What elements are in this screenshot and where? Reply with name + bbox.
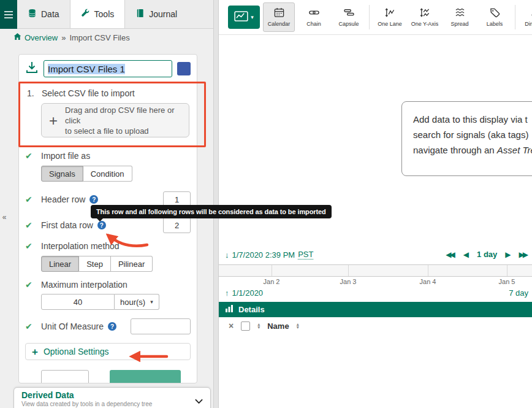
condition-toggle-button[interactable]: Condition: [83, 166, 132, 182]
breadcrumb-current: Import CSV Files: [69, 33, 129, 42]
step-toggle-button[interactable]: Step: [79, 256, 111, 272]
name-column-header: Name: [267, 321, 289, 331]
pilinear-toggle-button[interactable]: Pilinear: [111, 256, 153, 272]
header-row-help-icon[interactable]: ?: [89, 195, 98, 204]
display-start-time[interactable]: ↑ 1/1/2020: [225, 288, 263, 298]
remove-all-icon[interactable]: ×: [229, 321, 234, 331]
derived-data-subtitle: View data created by tools in a dependen…: [21, 401, 203, 407]
max-interpolation-controls: hour(s) ▾: [41, 294, 191, 310]
import-file-as-row: ✔ Import file as: [25, 151, 191, 161]
collapse-panel-button[interactable]: «: [1, 212, 8, 223]
tab-data-label: Data: [41, 9, 59, 19]
cancel-button[interactable]: [41, 370, 89, 383]
spread-icon: [455, 7, 465, 19]
check-icon: ✔: [25, 151, 41, 161]
max-interpolation-row: ✔ Maximum interpolation: [25, 280, 191, 290]
check-icon: ✔: [25, 241, 41, 251]
start-time-value: 1/1/2020: [232, 288, 264, 298]
step1-number: 1.: [27, 88, 42, 98]
panel-tabbar: Data Tools Journal: [0, 0, 213, 29]
details-panel-header[interactable]: Details: [219, 302, 532, 317]
sort-icon[interactable]: ▴▾: [257, 323, 260, 329]
first-data-row-help-icon[interactable]: ?: [97, 221, 106, 229]
time-controls: ↓ 1/7/2020 2:39 PM PST ◀◀ ◀ 1 day ▶ ▶▶: [219, 248, 532, 263]
interpolation-label: Interpolation method: [41, 241, 120, 251]
select-all-checkbox[interactable]: [241, 321, 250, 331]
time-range-scrubber[interactable]: [219, 264, 532, 277]
step-back-button[interactable]: ◀: [463, 250, 469, 259]
tab-journal-label: Journal: [149, 9, 177, 19]
tool-panel: Data Tools Journal Overview: [0, 0, 213, 408]
app-window: Data Tools Journal Overview: [0, 0, 532, 408]
message-line1: Add data to this display via t: [413, 112, 532, 127]
range-controls: ↑ 1/1/2020 7 day: [219, 288, 532, 301]
linear-toggle-button[interactable]: Linear: [41, 256, 79, 272]
range-duration-button[interactable]: 7 day: [509, 288, 528, 298]
toolbar-one-lane-label: One Lane: [378, 21, 402, 27]
trend-chart-icon: [234, 11, 248, 24]
unit-dropdown-value: hour(s): [120, 298, 145, 307]
panel-resize-gutter[interactable]: [213, 0, 219, 408]
max-interpolation-input[interactable]: [41, 294, 115, 310]
toolbar-chain-button[interactable]: Chain: [298, 2, 330, 32]
toolbar-capsule-button[interactable]: Capsule: [333, 2, 365, 32]
toolbar-one-y-axis-button[interactable]: One Y-Axis: [409, 2, 441, 32]
uom-row: ✔ Unit Of Measure ?: [25, 318, 191, 334]
check-icon: ✔: [25, 280, 41, 290]
toolbar-labels-label: Labels: [487, 21, 503, 27]
toolbar-one-lane-button[interactable]: One Lane: [374, 2, 406, 32]
tab-tools[interactable]: Tools: [70, 0, 126, 28]
toolbar-calendar-button[interactable]: Calendar: [263, 2, 295, 32]
hamburger-menu-button[interactable]: [0, 0, 17, 29]
unit-dropdown[interactable]: hour(s) ▾: [115, 294, 159, 310]
toolbar-separator: [369, 5, 370, 29]
step-back-fast-button[interactable]: ◀◀: [446, 250, 455, 259]
color-swatch-button[interactable]: [177, 62, 191, 75]
first-data-row-label: First data row: [41, 220, 93, 230]
signals-toggle-button[interactable]: Signals: [41, 166, 83, 182]
csv-dropzone[interactable]: + Drag and drop CSV file here or click t…: [41, 103, 189, 137]
tag-icon: [490, 7, 500, 19]
step-size-button[interactable]: 1 day: [477, 250, 497, 259]
toolbar-dimming-label: Dimming: [525, 21, 532, 27]
tool-name-input[interactable]: Import CSV Files 1: [44, 60, 172, 77]
derived-data-footer[interactable]: Derived Data View data created by tools …: [13, 387, 211, 408]
one-y-axis-icon: [420, 7, 430, 19]
wrench-icon: [81, 9, 90, 20]
display-type-dropdown[interactable]: ▾: [228, 6, 260, 29]
display-toolbar: ▾ Calendar Chain Capsule: [219, 0, 532, 35]
empty-display-message: Add data to this display via t search fo…: [401, 101, 532, 176]
display-pane: ▾ Calendar Chain Capsule: [219, 0, 532, 408]
breadcrumb-overview[interactable]: Overview: [13, 33, 58, 42]
execute-button[interactable]: [110, 370, 181, 383]
interpolation-row: ✔ Interpolation method: [25, 241, 191, 251]
toolbar-dimming-button[interactable]: Dimming: [520, 2, 532, 32]
time-step-nav: ◀◀ ◀ 1 day ▶ ▶▶: [446, 250, 528, 259]
interpolation-toggle: Linear Step Pilinear: [41, 256, 191, 272]
plus-icon: +: [32, 347, 38, 357]
plus-icon: +: [49, 115, 58, 126]
toolbar-labels-button[interactable]: Labels: [479, 2, 511, 32]
uom-help-icon[interactable]: ?: [108, 322, 116, 331]
max-interpolation-label: Maximum interpolation: [41, 280, 127, 290]
tab-data[interactable]: Data: [17, 0, 70, 28]
toolbar-spread-button[interactable]: Spread: [444, 2, 476, 32]
tab-journal[interactable]: Journal: [125, 0, 188, 28]
toolbar-chain-label: Chain: [306, 21, 321, 27]
check-icon: ✔: [25, 194, 41, 204]
first-data-row-input[interactable]: [163, 217, 191, 233]
step-forward-button[interactable]: ▶: [505, 250, 511, 259]
optional-settings-toggle[interactable]: + Optional Settings: [25, 343, 191, 360]
asset-tree-italic: Asset Tre: [497, 145, 532, 155]
sort-icon[interactable]: ▴▾: [297, 323, 299, 329]
timezone-label[interactable]: PST: [298, 250, 313, 260]
uom-input[interactable]: [131, 318, 191, 334]
calendar-icon: [274, 7, 284, 19]
action-buttons-row: [41, 370, 191, 383]
step-forward-fast-button[interactable]: ▶▶: [519, 250, 528, 259]
toolbar-capsule-label: Capsule: [338, 21, 359, 27]
toolbar-calendar-label: Calendar: [268, 21, 291, 27]
caret-down-icon: ▾: [251, 14, 254, 20]
display-end-time[interactable]: ↓ 1/7/2020 2:39 PM PST: [225, 250, 313, 260]
dropzone-line1: Drag and drop CSV file here or click: [65, 106, 174, 125]
